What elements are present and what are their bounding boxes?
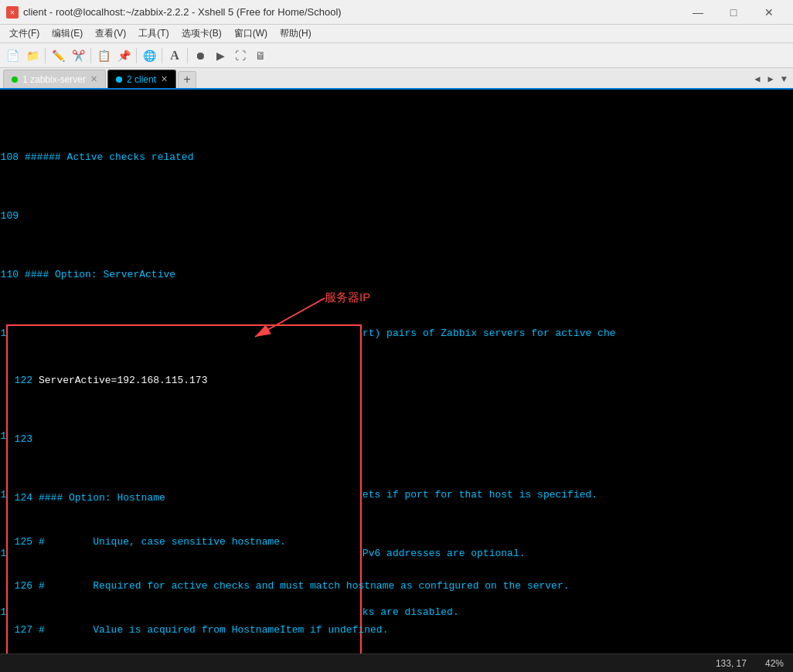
ln-127: 127 <box>14 623 39 637</box>
line-126-text: # Required for active checks and must ma… <box>39 579 570 593</box>
terminal-wrapper: 108 ###### Active checks related 109 110… <box>0 90 793 653</box>
toolbar-copy[interactable]: 📋 <box>94 46 113 65</box>
maximize-button[interactable]: □ <box>716 0 751 25</box>
toolbar-paste[interactable]: 📌 <box>114 46 133 65</box>
ln-109: 109 <box>0 209 25 223</box>
line-109: 109 <box>0 209 793 223</box>
toolbar-play[interactable]: ▶ <box>211 46 230 65</box>
sep3 <box>136 48 137 63</box>
ln-108: 108 <box>0 150 25 165</box>
ln-122: 122 <box>14 373 39 388</box>
line-124: 124 #### Option: Hostname <box>14 490 354 505</box>
line-124-text: #### Option: Hostname <box>39 490 165 505</box>
menubar: 文件(F) 编辑(E) 查看(V) 工具(T) 选项卡(B) 窗口(W) 帮助(… <box>0 25 793 43</box>
tab-add-button[interactable]: + <box>178 71 196 88</box>
tabbar: 1 zabbix-server ✕ 2 client ✕ + ◀ ▶ ▼ <box>0 68 793 90</box>
line-123: 123 <box>14 432 354 446</box>
line-127-text: # Value is acquired from HostnameItem if… <box>39 623 388 637</box>
menu-help[interactable]: 帮助(H) <box>274 25 318 42</box>
app-icon: ✕ <box>6 6 19 19</box>
sep5 <box>187 48 188 63</box>
toolbar-new[interactable]: 📄 <box>3 46 22 65</box>
window-title: client - root@localhost:~/zabbix-2.2.2 -… <box>23 6 680 18</box>
ln-110: 110 <box>0 267 25 282</box>
toolbar-open[interactable]: 📁 <box>23 46 42 65</box>
line-122-text: ServerActive=192.168.115.173 <box>39 373 207 388</box>
menu-window[interactable]: 窗口(W) <box>228 25 274 42</box>
cursor-position: 133, 17 <box>716 658 747 669</box>
menu-view[interactable]: 查看(V) <box>89 25 132 42</box>
sep4 <box>162 48 162 63</box>
line-126: 126 # Required for active checks and mus… <box>14 579 354 593</box>
ln-124: 124 <box>14 490 39 505</box>
toolbar-font[interactable]: A <box>165 46 184 65</box>
toolbar-edit[interactable]: ✏️ <box>49 46 67 65</box>
line-127: 127 # Value is acquired from HostnameIte… <box>14 623 354 637</box>
menu-edit[interactable]: 编辑(E) <box>46 25 89 42</box>
line-123-text <box>39 432 45 446</box>
tab-navigation: ◀ ▶ ▼ <box>751 72 790 88</box>
toolbar-rec[interactable]: ⏺ <box>191 46 209 65</box>
tab-nav-left[interactable]: ◀ <box>751 72 763 87</box>
ln-125: 125 <box>14 535 39 549</box>
highlight-content: 122 ServerActive=192.168.115.173 123 124… <box>8 326 360 653</box>
tab-dot-2 <box>116 76 122 83</box>
highlight-box: 122 ServerActive=192.168.115.173 123 124… <box>6 324 362 653</box>
statusbar: 133, 17 42% <box>0 653 793 672</box>
line-110: 110 #### Option: ServerActive <box>0 267 793 282</box>
ln-123: 123 <box>14 432 39 446</box>
tab-close-2[interactable]: ✕ <box>161 74 168 84</box>
tab-nav-menu[interactable]: ▼ <box>778 73 790 87</box>
toolbar-globe[interactable]: 🌐 <box>140 46 158 65</box>
tab-zabbix-server[interactable]: 1 zabbix-server ✕ <box>3 70 106 88</box>
line-108-text: ###### Active checks related <box>25 150 193 165</box>
close-button[interactable]: ✕ <box>751 0 787 25</box>
line-125-text: # Unique, case sensitive hostname. <box>39 535 286 549</box>
menu-file[interactable]: 文件(F) <box>3 25 46 42</box>
toolbar-expand2[interactable]: 🖥 <box>251 46 270 65</box>
tab-close-1[interactable]: ✕ <box>90 74 97 84</box>
window-controls: — □ ✕ <box>680 0 787 25</box>
line-125: 125 # Unique, case sensitive hostname. <box>14 535 354 549</box>
menu-tabs[interactable]: 选项卡(B) <box>175 25 228 42</box>
sep1 <box>45 48 46 63</box>
line-108: 108 ###### Active checks related <box>0 150 793 165</box>
toolbar-expand1[interactable]: ⛶ <box>231 46 250 65</box>
toolbar-cut[interactable]: ✂️ <box>69 46 87 65</box>
ln-126: 126 <box>14 579 39 593</box>
toolbar: 📄 📁 ✏️ ✂️ 📋 📌 🌐 A ⏺ ▶ ⛶ 🖥 <box>0 43 793 68</box>
tab-nav-right[interactable]: ▶ <box>765 72 777 87</box>
tab-client[interactable]: 2 client ✕ <box>107 70 176 88</box>
sep2 <box>90 48 91 63</box>
menu-tools[interactable]: 工具(T) <box>132 25 175 42</box>
line-122: 122 ServerActive=192.168.115.173 <box>14 373 354 388</box>
minimize-button[interactable]: — <box>680 0 716 25</box>
line-109-text <box>25 209 31 223</box>
tab-label-2: 2 client <box>127 74 156 85</box>
tab-dot-1 <box>12 76 18 83</box>
tab-label-1: 1 zabbix-server <box>22 74 86 85</box>
titlebar: ✕ client - root@localhost:~/zabbix-2.2.2… <box>0 0 793 25</box>
zoom-level: 42% <box>765 658 784 669</box>
line-110-text: #### Option: ServerActive <box>25 267 175 282</box>
